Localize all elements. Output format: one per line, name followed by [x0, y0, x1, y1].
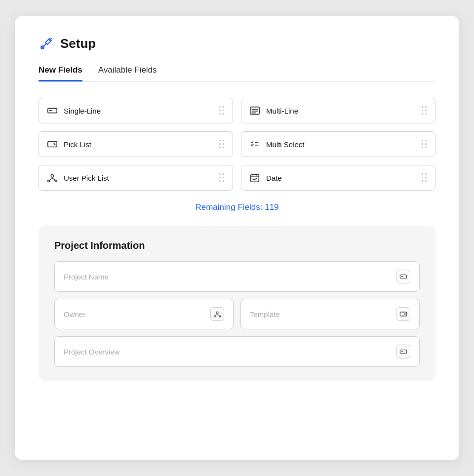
field-card-single-line[interactable]: Single-Line: [39, 98, 233, 123]
project-overview-field[interactable]: Project Overview: [54, 336, 420, 367]
svg-point-10: [51, 175, 54, 178]
svg-rect-11: [48, 180, 50, 182]
date-label: Date: [266, 174, 282, 182]
svg-rect-13: [251, 175, 259, 182]
drag-handle-single-line: [219, 106, 225, 115]
user-pick-list-label: User Pick List: [64, 174, 109, 182]
date-icon: [249, 172, 260, 183]
owner-placeholder: Owner: [64, 310, 85, 318]
tab-available-fields[interactable]: Available Fields: [98, 65, 157, 81]
svg-rect-12: [55, 180, 57, 182]
pick-list-icon: [47, 139, 58, 150]
multi-select-label: Multi Select: [266, 140, 305, 149]
project-overview-placeholder: Project Overview: [64, 348, 119, 356]
project-name-row: Project Name: [54, 261, 420, 292]
svg-rect-21: [219, 316, 221, 317]
template-placeholder: Template: [250, 310, 280, 318]
field-card-multi-line[interactable]: Multi-Line: [241, 98, 435, 123]
field-card-pick-list[interactable]: Pick List: [39, 131, 233, 157]
main-card: Setup New Fields Available Fields Single…: [15, 16, 459, 460]
field-card-user-pick-list[interactable]: User Pick List: [39, 165, 233, 191]
tabs-container: New Fields Available Fields: [39, 65, 435, 82]
multi-line-label: Multi-Line: [266, 107, 298, 115]
svg-rect-20: [214, 316, 215, 317]
pick-list-label: Pick List: [64, 140, 91, 149]
project-name-placeholder: Project Name: [64, 273, 109, 281]
drag-handle-multi-line: [422, 106, 427, 115]
header: Setup: [39, 36, 435, 51]
owner-field[interactable]: Owner: [54, 299, 234, 329]
owner-type-icon: [210, 307, 224, 321]
multi-line-icon: [249, 105, 260, 116]
svg-point-19: [216, 312, 218, 314]
page-title: Setup: [60, 36, 96, 51]
owner-template-row: Owner Template: [54, 299, 420, 329]
drag-handle-user-pick-list: [219, 173, 225, 182]
template-type-icon: [396, 307, 410, 321]
setup-icon: [39, 36, 54, 51]
form-fields: Project Name Owner: [54, 261, 420, 367]
project-name-field[interactable]: Project Name: [54, 261, 420, 292]
project-overview-row: Project Overview: [54, 336, 420, 367]
project-name-type-icon: [396, 270, 410, 283]
drag-handle-date: [422, 173, 427, 182]
drag-handle-multi-select: [422, 140, 427, 149]
multi-select-icon: [249, 139, 260, 150]
field-card-date[interactable]: Date: [241, 165, 435, 191]
project-overview-type-icon: [396, 345, 410, 358]
drag-handle-pick-list: [219, 140, 225, 149]
section-title: Project Information: [54, 240, 420, 251]
remaining-fields-label: Remaining Fields: 119: [39, 202, 435, 212]
field-card-multi-select[interactable]: Multi Select: [241, 131, 435, 157]
field-types-grid: Single-Line Multi-Line: [39, 98, 435, 191]
tab-new-fields[interactable]: New Fields: [39, 65, 82, 81]
template-field[interactable]: Template: [240, 299, 420, 329]
single-line-icon: [47, 105, 58, 116]
user-pick-list-icon: [47, 172, 58, 183]
project-info-section: Project Information Project Name: [39, 226, 435, 381]
single-line-label: Single-Line: [64, 107, 101, 115]
